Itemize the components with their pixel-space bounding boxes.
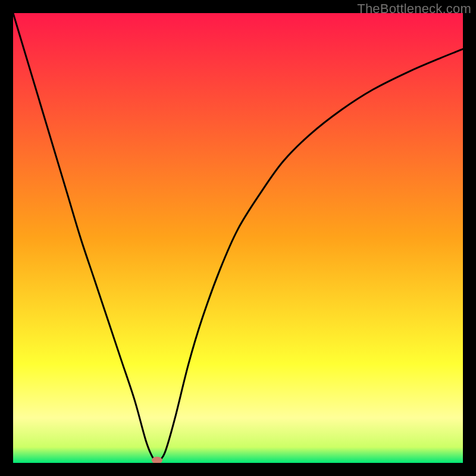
bottleneck-chart (13, 13, 463, 463)
watermark-text: TheBottleneck.com (357, 1, 471, 17)
chart-frame (13, 13, 463, 463)
